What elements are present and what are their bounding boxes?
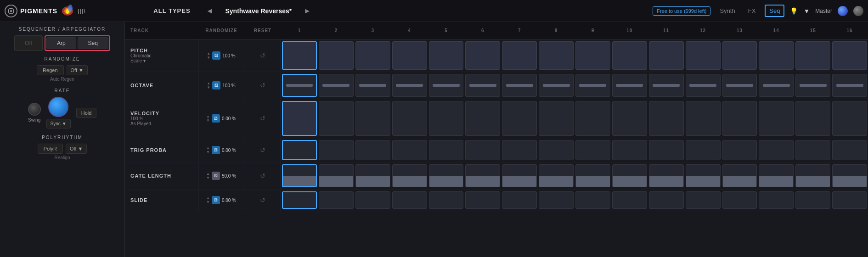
logo-circle[interactable] xyxy=(5,5,17,17)
vel-cell-13[interactable] xyxy=(722,101,757,136)
velocity-dice-icon[interactable]: ⚄ xyxy=(212,114,220,123)
gate-cell-10[interactable] xyxy=(612,164,647,187)
pitch-cell-5[interactable] xyxy=(429,41,464,70)
mode-off-button[interactable]: Off xyxy=(14,35,43,51)
pitch-cell-16[interactable] xyxy=(832,41,867,70)
octave-cell-10[interactable] xyxy=(612,74,647,97)
gate-cell-6[interactable] xyxy=(465,164,500,187)
gate-reset-button[interactable]: ↺ xyxy=(260,172,265,179)
slide-cell-16[interactable] xyxy=(832,191,867,209)
trig-cell-10[interactable] xyxy=(612,140,647,160)
gate-cell-7[interactable] xyxy=(502,164,537,187)
trig-cell-4[interactable] xyxy=(392,140,427,160)
trig-cell-12[interactable] xyxy=(686,140,721,160)
trig-cell-2[interactable] xyxy=(319,140,354,160)
slide-up-arrow[interactable]: ▲ xyxy=(206,196,210,200)
pitch-cell-14[interactable] xyxy=(759,41,794,70)
vel-cell-11[interactable] xyxy=(649,101,684,136)
velocity-reset-button[interactable]: ↺ xyxy=(260,115,265,122)
octave-cell-11[interactable] xyxy=(649,74,684,97)
octave-cell-8[interactable] xyxy=(539,74,574,97)
nav-right-arrow[interactable]: ► xyxy=(301,6,314,16)
octave-cell-2[interactable] xyxy=(319,74,354,97)
slide-cell-13[interactable] xyxy=(722,191,757,209)
regen-button[interactable]: Regen xyxy=(37,65,63,75)
slide-cell-2[interactable] xyxy=(319,191,354,209)
trig-up-arrow[interactable]: ▲ xyxy=(206,146,210,150)
vel-cell-14[interactable] xyxy=(759,101,794,136)
trig-dice-icon[interactable]: ⚄ xyxy=(212,146,220,154)
pitch-cell-7[interactable] xyxy=(502,41,537,70)
trig-cell-8[interactable] xyxy=(539,140,574,160)
trig-reset-button[interactable]: ↺ xyxy=(260,146,265,154)
tab-fx[interactable]: FX xyxy=(744,6,760,16)
polyr-button[interactable]: PolyR xyxy=(38,144,63,154)
velocity-down-arrow[interactable]: ▼ xyxy=(206,119,210,123)
trig-cell-3[interactable] xyxy=(355,140,390,160)
vel-cell-9[interactable] xyxy=(575,101,610,136)
gate-cell-3[interactable] xyxy=(355,164,390,187)
vel-cell-8[interactable] xyxy=(539,101,574,136)
pitch-cell-13[interactable] xyxy=(722,41,757,70)
pitch-down-arrow[interactable]: ▼ xyxy=(207,56,210,60)
octave-reset-button[interactable]: ↺ xyxy=(260,82,265,89)
vel-cell-16[interactable] xyxy=(832,101,867,136)
octave-cell-13[interactable] xyxy=(722,74,757,97)
trig-cell-6[interactable] xyxy=(465,140,500,160)
vel-cell-4[interactable] xyxy=(392,101,427,136)
slide-down-arrow[interactable]: ▼ xyxy=(206,201,210,204)
gate-cell-5[interactable] xyxy=(429,164,464,187)
trig-cell-9[interactable] xyxy=(575,140,610,160)
gate-down-arrow[interactable]: ▼ xyxy=(206,176,210,180)
slide-cell-14[interactable] xyxy=(759,191,794,209)
octave-cell-4[interactable] xyxy=(392,74,427,97)
octave-up-arrow[interactable]: ▲ xyxy=(207,82,210,85)
vel-cell-1[interactable] xyxy=(282,101,317,136)
bulb-icon[interactable]: 💡 xyxy=(790,7,798,15)
trig-cell-13[interactable] xyxy=(722,140,757,160)
gate-cell-12[interactable] xyxy=(686,164,721,187)
vel-cell-10[interactable] xyxy=(612,101,647,136)
master-knob[interactable] xyxy=(838,6,848,16)
slide-cell-5[interactable] xyxy=(429,191,464,209)
gate-cell-11[interactable] xyxy=(649,164,684,187)
vel-cell-6[interactable] xyxy=(465,101,500,136)
vel-cell-5[interactable] xyxy=(429,101,464,136)
slide-cell-4[interactable] xyxy=(392,191,427,209)
pitch-cell-11[interactable] xyxy=(649,41,684,70)
pitch-cell-3[interactable] xyxy=(355,41,390,70)
gate-cell-8[interactable] xyxy=(539,164,574,187)
settings-icon[interactable] xyxy=(853,6,863,16)
pitch-cell-10[interactable] xyxy=(612,41,647,70)
trig-down-arrow[interactable]: ▼ xyxy=(206,151,210,154)
auto-regen-dropdown[interactable]: Off ▼ xyxy=(67,65,88,75)
trig-cell-7[interactable] xyxy=(502,140,537,160)
octave-cell-9[interactable] xyxy=(575,74,610,97)
slide-cell-3[interactable] xyxy=(355,191,390,209)
gate-cell-1[interactable] xyxy=(282,164,317,187)
vel-cell-12[interactable] xyxy=(686,101,721,136)
pitch-cell-15[interactable] xyxy=(795,41,830,70)
nav-left-arrow[interactable]: ◄ xyxy=(203,6,216,16)
octave-cell-12[interactable] xyxy=(686,74,721,97)
slide-dice-icon[interactable]: ⚄ xyxy=(212,196,220,204)
free-badge[interactable]: Free to use (699d left) xyxy=(653,6,710,16)
slide-reset-button[interactable]: ↺ xyxy=(260,196,265,204)
mode-seq-button[interactable]: Seq xyxy=(78,37,108,49)
octave-cell-14[interactable] xyxy=(759,74,794,97)
pitch-cell-12[interactable] xyxy=(686,41,721,70)
pitch-cell-2[interactable] xyxy=(319,41,354,70)
tab-synth[interactable]: Synth xyxy=(716,6,738,16)
gate-cell-2[interactable] xyxy=(319,164,354,187)
slide-cell-8[interactable] xyxy=(539,191,574,209)
gate-cell-16[interactable] xyxy=(832,164,867,187)
trig-cell-11[interactable] xyxy=(649,140,684,160)
octave-dice-icon[interactable]: ⚄ xyxy=(212,81,220,89)
pitch-cell-1[interactable] xyxy=(282,41,317,70)
pitch-cell-4[interactable] xyxy=(392,41,427,70)
vel-cell-2[interactable] xyxy=(319,101,354,136)
trig-cell-1[interactable] xyxy=(282,140,317,160)
caret-icon[interactable]: ▼ xyxy=(803,7,810,15)
slide-cell-6[interactable] xyxy=(465,191,500,209)
octave-cell-6[interactable] xyxy=(465,74,500,97)
